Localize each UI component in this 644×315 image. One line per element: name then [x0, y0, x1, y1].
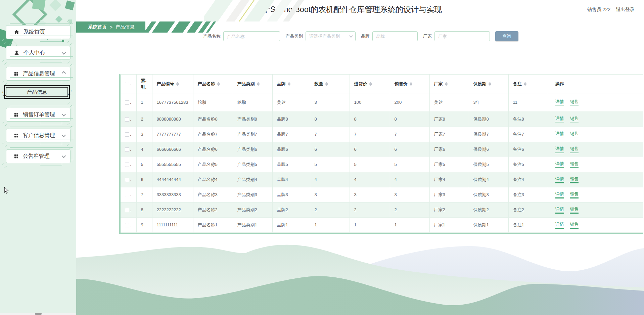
cell-category: 产品类别3: [233, 187, 272, 202]
cell-sale-price: 1: [390, 217, 429, 232]
cell-purchase-price: 5: [350, 157, 390, 172]
brand-input[interactable]: [372, 31, 418, 41]
chevron-icon: [62, 112, 66, 117]
sort-caret-icon[interactable]: [325, 82, 328, 86]
table-row: . 6 4444444444 产品名称4 产品类别4 品牌4 4 4 4 厂家4…: [121, 172, 643, 187]
row-checkbox[interactable]: [125, 178, 129, 182]
row-checkbox[interactable]: [125, 100, 129, 105]
row-checkbox[interactable]: [125, 208, 129, 212]
sale-link[interactable]: 销售: [570, 161, 579, 168]
detail-link[interactable]: 详情: [555, 146, 564, 153]
column-header-category[interactable]: 产品类别: [233, 75, 272, 93]
sale-link[interactable]: 销售: [570, 222, 579, 229]
column-header-name[interactable]: 产品名称: [193, 75, 233, 93]
sidebar-subitem[interactable]: → → ← ← 产品信息: [4, 85, 70, 99]
chevron-down-icon: [349, 34, 353, 38]
sort-caret-icon[interactable]: [257, 82, 260, 86]
row-checkbox[interactable]: [125, 223, 129, 227]
column-header-brand[interactable]: 品牌: [272, 75, 310, 93]
detail-link[interactable]: 详情: [555, 161, 564, 168]
cell-category: 产品类别8: [233, 111, 272, 127]
row-checkbox[interactable]: [125, 117, 129, 122]
scrollbar-thumb[interactable]: [35, 313, 42, 315]
sidebar-item[interactable]: 公告栏管理: [6, 149, 71, 163]
column-header-label: 产品名称: [198, 81, 215, 86]
column-header-purchase_price[interactable]: 进货价: [350, 75, 390, 93]
detail-link[interactable]: 详情: [555, 116, 564, 123]
manufacturer-input[interactable]: [434, 31, 490, 41]
detail-link[interactable]: 详情: [555, 191, 564, 198]
sort-caret-icon[interactable]: [217, 82, 220, 86]
cell-quantity: 6: [310, 142, 350, 157]
detail-link[interactable]: 详情: [555, 99, 564, 106]
sidebar-item[interactable]: 个人中心: [6, 46, 71, 60]
cell-purchase-price: 7: [350, 127, 390, 142]
sort-caret-icon[interactable]: [288, 82, 290, 86]
column-header-label: 数量: [315, 81, 323, 86]
column-header-sale_price[interactable]: 销售价: [390, 75, 429, 93]
cell-sale-price: 4: [390, 172, 429, 187]
sale-link[interactable]: 销售: [570, 131, 579, 138]
column-header-label: 保质期: [473, 81, 487, 86]
sort-caret-icon[interactable]: [369, 82, 372, 86]
sidebar-item[interactable]: 系统首页: [6, 25, 71, 39]
decor-tick: [2, 39, 7, 44]
cell-name: 产品名称4: [193, 172, 233, 187]
sidebar-item[interactable]: 客户信息管理: [6, 129, 71, 142]
sidebar-item[interactable]: 销售订单管理: [6, 108, 71, 122]
selected-arrow-icon: ←: [67, 91, 72, 96]
manufacturer-label: 厂家: [423, 33, 432, 39]
sort-caret-icon[interactable]: [524, 82, 526, 86]
sort-caret-icon[interactable]: [410, 82, 412, 86]
row-checkbox[interactable]: [125, 163, 129, 167]
cell-manufacturer: 厂家7: [429, 127, 469, 142]
cell-index: 5: [136, 157, 152, 172]
logout-link[interactable]: 退出登录: [616, 7, 635, 13]
detail-link[interactable]: 详情: [555, 176, 564, 183]
row-checkbox[interactable]: [125, 193, 129, 197]
cell-remark: 备注6: [508, 142, 547, 157]
detail-link[interactable]: 详情: [555, 207, 564, 214]
detail-link[interactable]: 详情: [555, 222, 564, 229]
category-select[interactable]: 请选择产品类别: [306, 31, 356, 41]
sale-link[interactable]: 销售: [570, 207, 579, 214]
sort-caret-icon[interactable]: [176, 82, 179, 86]
breadcrumb-home[interactable]: 系统首页: [88, 24, 107, 30]
row-checkbox[interactable]: [125, 147, 129, 152]
sort-caret-icon[interactable]: [445, 82, 448, 86]
user-name: 销售员 222: [587, 7, 610, 13]
cell-category: 产品类别4: [233, 172, 272, 187]
product-name-input[interactable]: [223, 31, 280, 41]
search-button[interactable]: 查询: [495, 31, 518, 41]
sale-link[interactable]: 销售: [570, 176, 579, 183]
grid-icon: [14, 154, 19, 159]
column-header-product_no[interactable]: 产品编号: [152, 75, 193, 93]
column-header-manufacturer[interactable]: 厂家: [429, 75, 469, 93]
decor-tick: [2, 142, 7, 147]
sidebar-item-label: 个人中心: [24, 49, 60, 56]
table-row: . 2 8888888888 产品名称8 产品类别8 品牌8 8 8 8 厂家8…: [121, 111, 643, 127]
cell-remark: 备注7: [508, 127, 547, 142]
column-header-shelf_life[interactable]: 保质期: [469, 75, 508, 93]
sale-link[interactable]: 销售: [570, 146, 579, 153]
sort-caret-icon[interactable]: [489, 82, 491, 86]
sidebar-item[interactable]: 产品信息管理: [6, 67, 71, 81]
cell-product-no: 1677737561283: [152, 93, 193, 111]
sale-link[interactable]: 销售: [570, 99, 579, 106]
column-header-quantity[interactable]: 数量: [310, 75, 350, 93]
horizontal-scrollbar: [0, 313, 76, 315]
cell-shelf-life: 保质期3: [469, 187, 508, 202]
detail-link[interactable]: 详情: [555, 131, 564, 138]
cell-index: 2: [136, 111, 152, 127]
sale-link[interactable]: 销售: [570, 116, 579, 123]
sale-link[interactable]: 销售: [570, 191, 579, 198]
cell-index: 6: [136, 172, 152, 187]
select-all-checkbox[interactable]: [125, 82, 129, 86]
row-checkbox[interactable]: [125, 132, 129, 137]
grid-icon: [14, 112, 19, 117]
row-select-cell: .: [121, 111, 136, 127]
sidebar-item-label: 客户信息管理: [23, 132, 60, 139]
column-header-remark[interactable]: 备注: [508, 75, 547, 93]
selected-arrow-icon: →: [2, 92, 7, 97]
table-row: . 4 6666666666 产品名称6 产品类别6 品牌6 6 6 6 厂家6…: [121, 142, 643, 157]
